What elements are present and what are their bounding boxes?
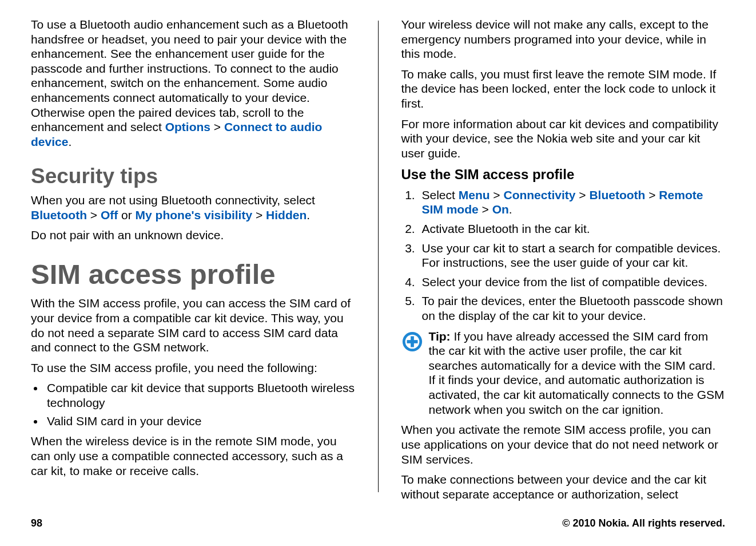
bluetooth-link[interactable]: Bluetooth: [31, 208, 87, 221]
document-page: To use a Bluetooth audio enhancement suc…: [0, 0, 756, 546]
sim-access-profile-heading: SIM access profile: [31, 260, 355, 289]
separator: >: [210, 120, 224, 133]
use-sim-profile-heading: Use the SIM access profile: [401, 166, 726, 183]
use-sim-steps: Select Menu > Connectivity > Bluetooth >…: [401, 188, 726, 323]
more-info-paragraph: For more information about car kit devic…: [401, 117, 726, 161]
list-item: To pair the devices, enter the Bluetooth…: [419, 294, 726, 323]
list-item: Valid SIM card in your device: [45, 414, 355, 429]
list-item: Select Menu > Connectivity > Bluetooth >…: [419, 188, 726, 217]
tip-text: Tip: If you have already accessed the SI…: [429, 329, 726, 417]
tip-plus-icon: [401, 331, 423, 353]
separator: >: [479, 203, 492, 216]
copyright-text: © 2010 Nokia. All rights reserved.: [562, 517, 725, 530]
columns-wrapper: To use a Bluetooth audio enhancement suc…: [31, 17, 725, 503]
right-column: Your wireless device will not make any c…: [401, 17, 726, 503]
tip-label: Tip:: [429, 330, 454, 343]
sim-profile-intro: With the SIM access profile, you can acc…: [31, 296, 355, 354]
bluetooth-link[interactable]: Bluetooth: [589, 188, 645, 201]
menu-link[interactable]: Menu: [459, 188, 490, 201]
my-phones-visibility-link[interactable]: My phone's visibility: [136, 208, 253, 221]
bt-enhancement-paragraph: To use a Bluetooth audio enhancement suc…: [31, 17, 355, 149]
svg-rect-3: [407, 340, 417, 343]
requirements-list: Compatible car kit device that supports …: [31, 381, 355, 428]
page-number: 98: [31, 517, 42, 530]
list-item: Use your car kit to start a search for c…: [419, 241, 726, 270]
separator: >: [576, 188, 590, 201]
column-divider: [378, 21, 379, 492]
left-column: To use a Bluetooth audio enhancement suc…: [31, 17, 355, 503]
do-not-pair-paragraph: Do not pair with an unknown device.: [31, 228, 355, 243]
hidden-link[interactable]: Hidden: [266, 208, 307, 221]
list-item: Compatible car kit device that supports …: [45, 381, 355, 410]
text: .: [509, 203, 512, 216]
no-calls-paragraph: Your wireless device will not make any c…: [401, 17, 726, 61]
separator: >: [645, 188, 659, 201]
list-item: Select your device from the list of comp…: [419, 275, 726, 290]
remote-sim-mode-note: When the wireless device is in the remot…: [31, 434, 355, 478]
page-footer: 98 © 2010 Nokia. All rights reserved.: [31, 503, 725, 530]
tip-block: Tip: If you have already accessed the SI…: [401, 329, 726, 417]
security-when-not-using: When you are not using Bluetooth connect…: [31, 193, 355, 222]
text: When you are not using Bluetooth connect…: [31, 193, 315, 207]
text: To use a Bluetooth audio enhancement suc…: [31, 18, 348, 133]
connectivity-link[interactable]: Connectivity: [503, 188, 575, 201]
carkit-connections-paragraph: To make connections between your device …: [401, 472, 726, 501]
options-link[interactable]: Options: [165, 120, 210, 133]
separator: >: [490, 188, 504, 201]
sim-profile-requirements-intro: To use the SIM access profile, you need …: [31, 361, 355, 375]
text: .: [307, 208, 310, 221]
text: Select: [422, 188, 459, 201]
separator: >: [87, 208, 101, 221]
separator: >: [252, 208, 266, 221]
activate-remote-sim-paragraph: When you activate the remote SIM access …: [401, 422, 726, 466]
security-tips-heading: Security tips: [31, 165, 355, 188]
tip-body: If you have already accessed the SIM car…: [429, 330, 725, 416]
leave-remote-sim-paragraph: To make calls, you must first leave the …: [401, 67, 726, 111]
list-item: Activate Bluetooth in the car kit.: [419, 221, 726, 236]
on-link[interactable]: On: [492, 203, 509, 216]
off-link[interactable]: Off: [101, 208, 118, 221]
text: or: [118, 208, 135, 221]
text: .: [68, 135, 71, 148]
